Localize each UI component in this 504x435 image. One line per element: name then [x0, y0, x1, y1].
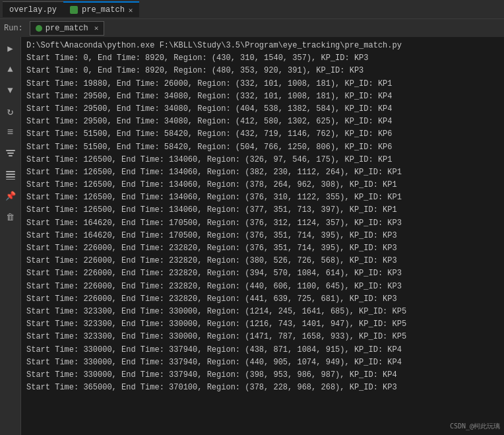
svg-rect-1 — [7, 152, 14, 154]
console-line: Start Time: 330000, End Time: 337940, Re… — [26, 344, 499, 356]
run-tab[interactable]: pre_match ✕ — [30, 21, 104, 36]
pin-button[interactable]: 📌 — [2, 187, 19, 205]
svg-rect-5 — [6, 176, 15, 178]
run-tab-name: pre_match — [46, 24, 88, 33]
settings-button[interactable]: ≡ — [2, 124, 19, 141]
console-line: Start Time: 126500, End Time: 134060, Re… — [26, 204, 499, 217]
svg-rect-6 — [6, 179, 15, 180]
tab-overlay-label: overlay.py — [9, 5, 57, 15]
tab-pre-match[interactable]: pre_match ✕ — [63, 1, 139, 17]
run-label: Run: — [4, 24, 23, 33]
path-line: D:\Soft\Anaconda\python.exe F:\KBLL\Stud… — [26, 40, 499, 52]
console-line: Start Time: 323300, End Time: 330000, Re… — [26, 306, 499, 318]
svg-rect-0 — [6, 150, 15, 151]
play-button[interactable]: ▶ — [2, 40, 19, 57]
console-line: Start Time: 330000, End Time: 337940, Re… — [26, 356, 499, 369]
tab-pre-match-label: pre_match — [82, 5, 125, 15]
console-line: Start Time: 29500, End Time: 34080, Regi… — [26, 90, 499, 103]
svg-rect-3 — [6, 171, 15, 172]
console-line: Start Time: 19880, End Time: 26000, Regi… — [26, 78, 499, 90]
tab-icon — [70, 6, 78, 14]
up-button[interactable]: ▲ — [2, 61, 19, 78]
console-line: Start Time: 164620, End Time: 170500, Re… — [26, 217, 499, 230]
tab-bar: overlay.py pre_match ✕ — [0, 0, 504, 18]
down-button[interactable]: ▼ — [2, 82, 19, 99]
close-tab-icon[interactable]: ✕ — [129, 6, 133, 15]
console-line: Start Time: 226000, End Time: 232820, Re… — [26, 267, 499, 280]
rerun-button[interactable]: ↻ — [2, 103, 19, 120]
console-line: Start Time: 226000, End Time: 232820, Re… — [26, 281, 499, 293]
console-line: Start Time: 126500, End Time: 134060, Re… — [26, 179, 499, 191]
console-line: Start Time: 29500, End Time: 34080, Regi… — [26, 103, 499, 116]
main-layout: ▶ ▲ ▼ ↻ ≡ 📌 🗑 D:\Soft\Anaconda\python.ex… — [0, 37, 504, 435]
console-line: Start Time: 323300, End Time: 330000, Re… — [26, 318, 499, 331]
filter-button[interactable] — [2, 145, 19, 162]
run-bar: Run: pre_match ✕ — [0, 18, 504, 37]
console-line: Start Time: 226000, End Time: 232820, Re… — [26, 242, 499, 255]
console-line: Start Time: 126500, End Time: 134060, Re… — [26, 166, 499, 179]
console-line: Start Time: 126500, End Time: 134060, Re… — [26, 191, 499, 204]
console-area[interactable]: D:\Soft\Anaconda\python.exe F:\KBLL\Stud… — [21, 37, 504, 435]
list-icon — [5, 170, 16, 180]
tab-overlay[interactable]: overlay.py — [3, 1, 63, 17]
svg-rect-2 — [9, 155, 13, 156]
console-line: Start Time: 323300, End Time: 330000, Re… — [26, 331, 499, 343]
console-line: Start Time: 164620, End Time: 170500, Re… — [26, 230, 499, 242]
console-line: Start Time: 51500, End Time: 58420, Regi… — [26, 128, 499, 141]
filter-icon — [5, 149, 16, 159]
run-tab-dot — [36, 25, 42, 32]
list-button[interactable] — [2, 166, 19, 184]
console-line: Start Time: 330000, End Time: 337940, Re… — [26, 369, 499, 382]
svg-rect-4 — [6, 174, 15, 175]
console-line: Start Time: 126500, End Time: 134060, Re… — [26, 154, 499, 166]
toolbar: ▶ ▲ ▼ ↻ ≡ 📌 🗑 — [0, 37, 21, 435]
console-line: Start Time: 226000, End Time: 232820, Re… — [26, 293, 499, 306]
console-line: Start Time: 0, End Time: 8920, Region: (… — [26, 65, 499, 77]
close-run-tab-icon[interactable]: ✕ — [94, 24, 99, 32]
console-output: Start Time: 0, End Time: 8920, Region: (… — [26, 52, 499, 394]
console-line: Start Time: 365000, End Time: 370100, Re… — [26, 382, 499, 394]
console-line: Start Time: 226000, End Time: 232820, Re… — [26, 255, 499, 267]
console-line: Start Time: 29500, End Time: 34080, Regi… — [26, 116, 499, 128]
console-line: Start Time: 0, End Time: 8920, Region: (… — [26, 52, 499, 65]
console-line: Start Time: 51500, End Time: 58420, Regi… — [26, 141, 499, 154]
trash-button[interactable]: 🗑 — [2, 209, 19, 226]
